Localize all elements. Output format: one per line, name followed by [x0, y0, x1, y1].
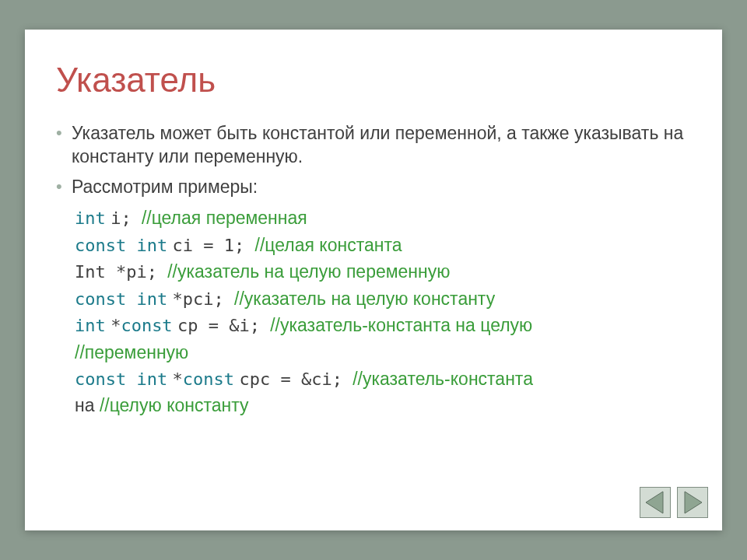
kw-const: const: [121, 316, 172, 335]
code-text: ci = 1;: [173, 236, 255, 255]
bullet-examples-intro: Рассмотрим примеры:: [56, 175, 691, 198]
comment: //указатель на целую константу: [234, 289, 495, 309]
code-text: i;: [110, 208, 142, 228]
kw-const-int: const int: [75, 236, 167, 255]
code-line-1: int i; //целая переменная: [75, 205, 691, 232]
bullet-definition: Указатель может быть константой или пере…: [56, 121, 691, 169]
kw-int: int: [75, 208, 106, 228]
code-line-6b: на //целую константу: [75, 392, 691, 418]
prev-button[interactable]: [640, 487, 671, 518]
slide-title: Указатель: [56, 61, 691, 100]
code-text: *: [173, 369, 183, 389]
code-text: *pci;: [173, 289, 234, 309]
code-examples: int i; //целая переменная const int ci =…: [56, 205, 691, 418]
code-text: Int *pi;: [75, 262, 167, 282]
arrow-right-icon: [677, 487, 708, 518]
comment: //указатель-константа на целую: [270, 315, 532, 335]
comment: //указатель-константа: [352, 369, 533, 389]
comment-prefix: на: [75, 395, 100, 415]
kw-const: const: [183, 369, 234, 389]
kw-const-int: const int: [75, 369, 167, 389]
kw-int: int: [75, 316, 106, 335]
code-text: *: [110, 316, 121, 335]
nav-controls: [640, 487, 708, 518]
next-button[interactable]: [677, 487, 708, 518]
slide-card: Указатель Указатель может быть константо…: [25, 30, 722, 530]
comment: //переменную: [75, 342, 188, 362]
kw-const-int: const int: [75, 289, 167, 309]
code-line-2: const int ci = 1; //целая константа: [75, 232, 691, 259]
code-line-6: const int *const cpc = &ci; //указатель-…: [75, 366, 691, 393]
code-line-4: const int *pci; //указатель на целую кон…: [75, 285, 691, 313]
arrow-left-icon: [640, 487, 671, 518]
code-line-5b: //переменную: [75, 339, 691, 366]
comment: //целую константу: [100, 395, 249, 415]
code-text: cpc = &ci;: [239, 369, 352, 389]
code-text: cp = &i;: [177, 316, 270, 335]
slide-body: Указатель может быть константой или пере…: [56, 121, 691, 198]
comment: //целая константа: [255, 235, 402, 255]
slide-stage: Указатель Указатель может быть константо…: [0, 0, 747, 560]
code-line-5: int *const cp = &i; //указатель-констант…: [75, 312, 691, 339]
comment: //указатель на целую переменную: [167, 261, 450, 282]
comment: //целая переменная: [142, 208, 307, 228]
code-line-3: Int *pi; //указатель на целую переменную: [75, 258, 691, 285]
